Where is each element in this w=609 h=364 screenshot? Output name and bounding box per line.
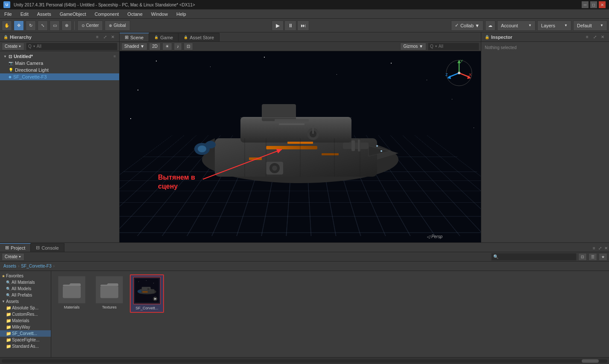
- menu-file[interactable]: File: [0, 9, 16, 18]
- spacefighter-label: SpaceFighte...: [12, 338, 39, 342]
- move-tool[interactable]: ✥: [14, 20, 24, 31]
- pause-button[interactable]: ⏸: [284, 20, 296, 31]
- asset-store-tab-lock: 🔒: [184, 35, 188, 39]
- tree-item-customres[interactable]: 📁 CustomRes...: [0, 311, 51, 317]
- folder-icon-2: 📁: [6, 312, 11, 317]
- scene-search[interactable]: Q ▾ All: [428, 43, 479, 50]
- scene-canvas[interactable]: Вытянем всцену: [120, 51, 481, 242]
- project-view-toggle[interactable]: ☰: [589, 253, 597, 261]
- maximize-button[interactable]: □: [590, 1, 597, 8]
- asset-item-textures[interactable]: Textures: [92, 274, 126, 313]
- menu-window[interactable]: Window: [147, 9, 172, 18]
- cloud-button[interactable]: ☁: [485, 20, 495, 31]
- scrollbar-thumb[interactable]: [582, 359, 599, 363]
- project-create-button[interactable]: Create: [2, 253, 24, 261]
- play-button[interactable]: ▶: [272, 20, 284, 31]
- space-button[interactable]: ⊕ Global: [105, 20, 130, 31]
- favorites-label: Favorites: [6, 274, 23, 278]
- svg-rect-23: [249, 157, 262, 160]
- hierarchy-close-btn[interactable]: ✕: [110, 34, 116, 40]
- lower-close-btn[interactable]: ✕: [603, 245, 609, 251]
- asset-item-sf-corvette[interactable]: SF_Corvett...: [130, 274, 164, 313]
- lighting-button[interactable]: ☀: [162, 43, 172, 50]
- custom-tool[interactable]: ⊕: [61, 20, 72, 31]
- tab-scene[interactable]: ⊞ Scene: [120, 33, 149, 41]
- menu-octane[interactable]: Octane: [123, 9, 146, 18]
- inspector-close-btn[interactable]: ✕: [600, 34, 606, 40]
- breadcrumb-assets[interactable]: Assets: [3, 264, 16, 268]
- breadcrumb-folder[interactable]: SF_Corvette-F3: [21, 264, 51, 268]
- minimize-button[interactable]: ─: [582, 1, 589, 8]
- layers-dropdown[interactable]: Layers: [537, 20, 571, 31]
- annotation-text: Вытянем всцену: [158, 173, 195, 191]
- gizmos-dropdown[interactable]: Gizmos ▼: [400, 43, 426, 50]
- hierarchy-item-camera[interactable]: 📷 Main Camera: [0, 60, 119, 67]
- scale-tool[interactable]: ⤡: [38, 20, 48, 31]
- scrollbar-track[interactable]: [2, 359, 607, 363]
- svg-point-57: [138, 290, 141, 293]
- menu-assets[interactable]: Assets: [33, 9, 56, 18]
- assets-expand-icon: ▼: [2, 300, 5, 303]
- scene-icon: ⊡: [9, 54, 12, 59]
- tab-console[interactable]: ⊟ Console: [31, 243, 64, 252]
- window-title: Unity 2017.4.3f1 Personal (64bit) - Unti…: [14, 3, 195, 7]
- tree-item-all-materials[interactable]: 🔍 All Materials: [0, 279, 51, 285]
- hierarchy-menu-btn[interactable]: ≡: [94, 34, 100, 40]
- tree-item-sf-corvette[interactable]: 📁 SF_Corvett...: [0, 330, 51, 337]
- hierarchy-float-btn[interactable]: ⤢: [102, 34, 108, 40]
- hierarchy-search[interactable]: Q ▾ All: [26, 43, 117, 50]
- folder-icon-5: 📁: [6, 331, 11, 336]
- svg-rect-12: [351, 140, 355, 151]
- audio-button[interactable]: ♪: [174, 43, 182, 50]
- lower-menu-btn[interactable]: ≡: [591, 245, 597, 251]
- tree-item-all-prefabs[interactable]: 🔍 All Prefabs: [0, 292, 51, 298]
- tree-item-all-models[interactable]: 🔍 All Models: [0, 285, 51, 292]
- hierarchy-item-scene[interactable]: ▼ ⊡ Untitled* ≡: [0, 53, 119, 60]
- folder-icon-4: 📁: [6, 325, 11, 329]
- svg-point-51: [146, 280, 146, 281]
- project-search[interactable]: 🔍: [491, 253, 577, 261]
- close-button[interactable]: ✕: [599, 1, 606, 8]
- shading-mode-dropdown[interactable]: Shaded ▼: [121, 43, 147, 50]
- step-button[interactable]: ⏭: [297, 20, 309, 31]
- asset-item-materials[interactable]: Materials: [55, 274, 89, 313]
- account-dropdown[interactable]: Account: [497, 20, 536, 31]
- corvette-label: SF_Corvette-F3: [13, 74, 47, 79]
- svg-point-22: [272, 166, 277, 171]
- app-icon: U: [3, 1, 10, 8]
- hierarchy-create-button[interactable]: Create: [2, 43, 24, 50]
- tab-game[interactable]: 🔒 Game: [149, 33, 179, 41]
- tree-item-standard[interactable]: 📁 Standard As...: [0, 343, 51, 349]
- inspector-float-btn[interactable]: ⤢: [592, 34, 598, 40]
- effects-button[interactable]: ⊡: [184, 43, 193, 50]
- menu-gameobject[interactable]: GameObject: [56, 9, 91, 18]
- tree-item-assets-root[interactable]: ▼ Assets: [0, 298, 51, 305]
- project-lock-btn[interactable]: ★: [599, 253, 607, 261]
- menu-edit[interactable]: Edit: [16, 9, 33, 18]
- hierarchy-item-corvette[interactable]: ◆ SF_Corvette-F3: [0, 73, 119, 80]
- rotate-tool[interactable]: ↻: [26, 20, 36, 31]
- hierarchy-header: 🔒 Hierarchy ≡ ⤢ ✕: [0, 32, 119, 42]
- tree-item-materials[interactable]: 📁 Materials: [0, 317, 51, 324]
- pivot-button[interactable]: ⊙ Center: [77, 20, 103, 31]
- tree-item-absolute[interactable]: 📁 Absolute Sp...: [0, 305, 51, 311]
- spaceship-model: [181, 83, 420, 211]
- tab-project[interactable]: ⊞ Project: [0, 243, 31, 252]
- tree-item-spacefighter[interactable]: 📁 SpaceFighte...: [0, 337, 51, 343]
- hand-tool[interactable]: ✋: [2, 20, 12, 31]
- lower-content: ★ Favorites 🔍 All Materials 🔍 All Models…: [0, 271, 609, 357]
- toggle-2d-button[interactable]: 2D: [149, 43, 161, 50]
- menu-component[interactable]: Component: [90, 9, 123, 18]
- lower-float-btn[interactable]: ⤢: [597, 245, 603, 251]
- tab-asset-store[interactable]: 🔒 Asset Store: [179, 33, 220, 41]
- tree-item-milkyway[interactable]: 📁 MilkyWay: [0, 324, 51, 330]
- menu-help[interactable]: Help: [172, 9, 190, 18]
- project-search-opts[interactable]: ⊡: [578, 253, 587, 261]
- rect-tool[interactable]: ▭: [50, 20, 60, 31]
- tree-item-favorites[interactable]: ★ Favorites: [0, 273, 51, 279]
- layout-dropdown[interactable]: Default: [573, 20, 607, 31]
- inspector-menu-btn[interactable]: ≡: [584, 34, 590, 40]
- scrollbar-bottom[interactable]: [0, 357, 609, 364]
- collab-button[interactable]: ✓ Collab ▼: [451, 20, 483, 31]
- hierarchy-item-light[interactable]: 💡 Directional Light: [0, 67, 119, 73]
